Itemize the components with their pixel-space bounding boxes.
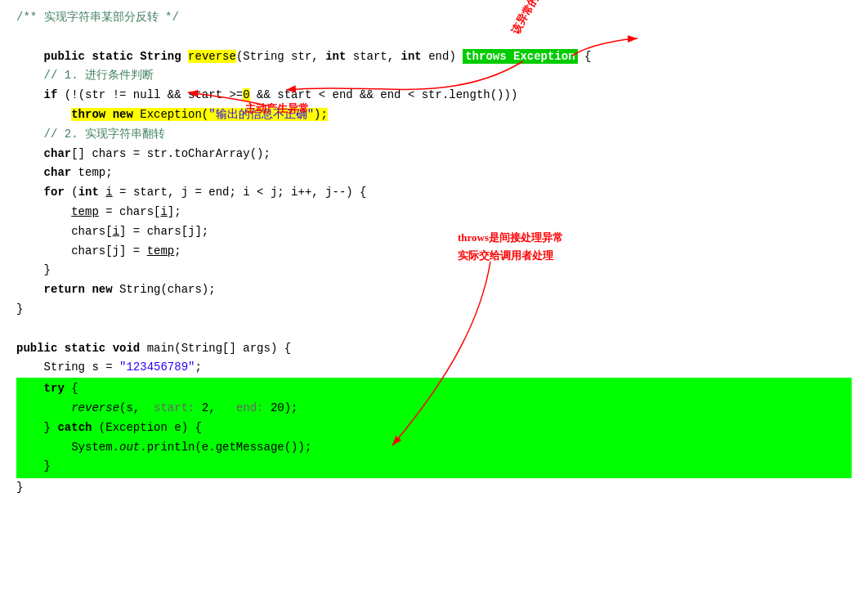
keyword-char-temp: char bbox=[44, 166, 72, 179]
var-temp-1: temp bbox=[71, 205, 99, 218]
comment-1: // 1. 进行条件判断 bbox=[16, 66, 852, 86]
var-temp-2: temp bbox=[147, 244, 175, 257]
println-line: System.out.println(e.getMessage()); bbox=[16, 438, 852, 458]
catch-close: } bbox=[16, 457, 852, 477]
keyword-catch: catch bbox=[57, 421, 92, 434]
keyword-if: if bbox=[44, 88, 58, 101]
var-i: i bbox=[105, 186, 112, 199]
chars-line: char[] chars = str.toCharArray(); bbox=[16, 145, 852, 164]
for-close: } bbox=[16, 261, 852, 280]
throw-highlight: throw new Exception("输出的信息不正确"); bbox=[71, 108, 328, 121]
method-name-highlight: reverse bbox=[188, 50, 236, 63]
temp-assign-line: temp = chars[i]; bbox=[16, 203, 852, 222]
keyword-public: public bbox=[44, 50, 85, 63]
chars-j-line: chars[j] = temp; bbox=[16, 242, 852, 262]
keyword-static-main: static bbox=[65, 342, 105, 355]
keyword-new: new bbox=[113, 108, 133, 121]
keyword-int2: int bbox=[401, 50, 422, 63]
keyword-int-for: int bbox=[78, 186, 99, 199]
keyword-return: return bbox=[44, 283, 85, 296]
comment-1-text: // 1. 进行条件判断 bbox=[44, 69, 154, 82]
string-value: "123456789" bbox=[119, 360, 195, 374]
keyword-throw: throw bbox=[71, 108, 105, 121]
comment-top: /** 实现字符串某部分反转 */ bbox=[16, 8, 852, 28]
exception-message: "输出的信息不正确" bbox=[208, 108, 314, 121]
catch-line: } catch (Exception e) { bbox=[16, 419, 852, 438]
throws-exception-highlight: throws Exception bbox=[463, 49, 577, 64]
keyword-void: void bbox=[113, 342, 141, 355]
chars-i-line: chars[i] = chars[j]; bbox=[16, 222, 852, 242]
string-s-line: String s = "123456789"; bbox=[16, 358, 852, 378]
temp-line: char temp; bbox=[16, 163, 852, 183]
method-signature: public static String reverse(String str,… bbox=[16, 28, 852, 67]
reverse-call: reverse(s, start: 2, end: 20); bbox=[16, 399, 852, 419]
try-line: try { bbox=[16, 379, 852, 399]
keyword-string-type: String bbox=[140, 50, 181, 63]
code-area: /** 实现字符串某部分反转 */ public static String r… bbox=[0, 0, 868, 506]
return-line: return new String(chars); bbox=[16, 280, 852, 300]
for-line: for (int i = start, j = end; i < j; i++,… bbox=[16, 183, 852, 203]
keyword-char-array: char bbox=[44, 147, 72, 160]
comment-2: // 2. 实现字符串翻转 bbox=[16, 125, 852, 145]
comment-2-text: // 2. 实现字符串翻转 bbox=[44, 128, 165, 141]
out-italic: out bbox=[119, 441, 140, 454]
keyword-try: try bbox=[44, 382, 65, 395]
var-i-2: i bbox=[113, 225, 119, 238]
main-signature: public static void main(String[] args) { bbox=[16, 339, 852, 359]
throw-line: throw new Exception("输出的信息不正确"); bbox=[16, 105, 852, 125]
blank-line bbox=[16, 320, 852, 339]
var-i-1: i bbox=[160, 205, 167, 218]
keyword-public-main: public bbox=[16, 342, 57, 355]
if-line: if (!(str != null && start >=0 && start … bbox=[16, 86, 852, 105]
keyword-new-string: new bbox=[92, 283, 112, 296]
zero-highlight: 0 bbox=[243, 88, 249, 101]
try-catch-block: try { reverse(s, start: 2, end: 20); } c… bbox=[16, 378, 852, 478]
main-close: } bbox=[16, 478, 852, 498]
keyword-for: for bbox=[44, 186, 65, 199]
reverse-call-italic: reverse bbox=[71, 401, 119, 414]
method-close: } bbox=[16, 300, 852, 320]
keyword-static: static bbox=[92, 50, 132, 63]
keyword-int1: int bbox=[325, 50, 346, 63]
